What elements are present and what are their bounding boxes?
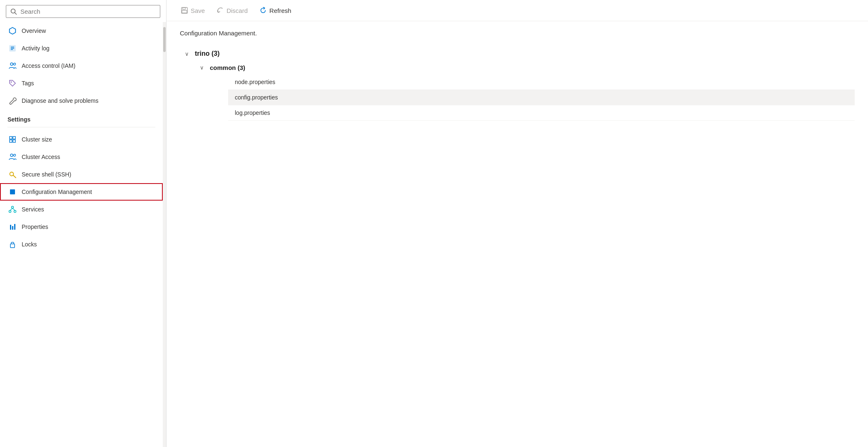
sidebar: Overview Activity log: [0, 0, 167, 447]
content-area: Configuration Management. ∨ trino (3) ∨ …: [167, 21, 868, 447]
people-icon: [8, 62, 17, 70]
sidebar-item-diagnose-label: Diagnose and solve problems: [22, 97, 98, 104]
sidebar-item-tags[interactable]: Tags: [0, 74, 163, 92]
svg-line-22: [10, 209, 12, 211]
search-icon: [10, 8, 17, 15]
sidebar-item-config-management[interactable]: Configuration Management: [0, 183, 163, 201]
leaf-config-properties[interactable]: config.properties: [228, 90, 855, 105]
sidebar-item-cluster-access-label: Cluster Access: [22, 154, 60, 160]
properties-icon: [8, 223, 17, 231]
svg-rect-13: [13, 140, 15, 142]
svg-point-19: [12, 206, 14, 209]
lock-icon: [8, 240, 17, 248]
sidebar-item-overview-label: Overview: [22, 27, 46, 34]
tree-view: ∨ trino (3) ∨ common (3) node.properties…: [183, 47, 855, 121]
search-input[interactable]: [20, 8, 156, 15]
svg-point-8: [14, 63, 16, 65]
discard-icon: [216, 7, 224, 14]
svg-rect-12: [10, 140, 12, 142]
refresh-icon: [259, 7, 267, 14]
tag-icon: [8, 79, 17, 87]
sidebar-item-secure-shell[interactable]: Secure shell (SSH): [0, 166, 163, 183]
discard-button[interactable]: Discard: [212, 4, 252, 17]
sidebar-item-properties-label: Properties: [22, 224, 48, 230]
svg-line-23: [12, 209, 15, 211]
sidebar-item-services[interactable]: Services: [0, 201, 163, 218]
refresh-button[interactable]: Refresh: [255, 4, 296, 17]
svg-point-20: [9, 211, 11, 213]
svg-rect-18: [10, 189, 15, 194]
cluster-access-icon: [8, 153, 17, 161]
svg-rect-11: [13, 137, 15, 139]
sidebar-item-activity-log[interactable]: Activity log: [0, 40, 163, 57]
tree-root-chevron: ∨: [183, 51, 191, 57]
page-title: Configuration Management.: [180, 30, 855, 37]
settings-divider: [7, 127, 155, 127]
svg-rect-29: [183, 7, 185, 10]
tree-root-row[interactable]: ∨ trino (3): [183, 47, 855, 61]
svg-point-14: [10, 154, 13, 156]
svg-point-7: [10, 63, 13, 65]
hexagon-icon: [8, 27, 17, 35]
sidebar-scrollbar[interactable]: [163, 22, 166, 447]
sub-tree: ∨ common (3) node.properties config.prop…: [198, 61, 855, 121]
sidebar-item-access-control[interactable]: Access control (IAM): [0, 57, 163, 74]
svg-rect-24: [10, 225, 11, 230]
sidebar-item-properties[interactable]: Properties: [0, 218, 163, 236]
search-box[interactable]: [6, 5, 160, 18]
svg-rect-27: [10, 244, 15, 248]
leaf-config-properties-label: config.properties: [235, 94, 278, 101]
svg-point-21: [14, 211, 16, 213]
svg-rect-26: [14, 224, 15, 230]
sidebar-item-cluster-access[interactable]: Cluster Access: [0, 148, 163, 166]
leaf-log-properties[interactable]: log.properties: [228, 105, 855, 121]
sidebar-item-activity-log-label: Activity log: [22, 45, 50, 52]
list-icon: [8, 44, 17, 52]
sidebar-scroll-thumb[interactable]: [163, 27, 166, 52]
save-label: Save: [191, 7, 205, 14]
sidebar-nav: Overview Activity log: [0, 22, 163, 447]
sidebar-item-config-management-label: Configuration Management: [22, 189, 92, 195]
discard-label: Discard: [226, 7, 248, 14]
leaf-node-properties-label: node.properties: [235, 79, 275, 85]
save-icon: [181, 7, 188, 14]
sidebar-item-locks[interactable]: Locks: [0, 236, 163, 253]
sidebar-item-overview[interactable]: Overview: [0, 22, 163, 40]
svg-rect-10: [10, 137, 12, 139]
grid-icon: [8, 135, 17, 144]
toolbar: Save Discard Refresh: [167, 0, 868, 21]
svg-line-1: [15, 12, 17, 14]
refresh-label: Refresh: [269, 7, 291, 14]
sidebar-item-services-label: Services: [22, 206, 44, 213]
sidebar-item-cluster-size[interactable]: Cluster size: [0, 131, 163, 148]
sidebar-item-cluster-size-label: Cluster size: [22, 136, 52, 143]
leaf-node-properties[interactable]: node.properties: [228, 74, 855, 90]
sidebar-item-tags-label: Tags: [22, 80, 34, 87]
sidebar-item-secure-shell-label: Secure shell (SSH): [22, 171, 71, 178]
main-content: Save Discard Refresh Configuration Manag…: [167, 0, 868, 447]
key-icon: [8, 170, 17, 179]
leaf-items: node.properties config.properties log.pr…: [228, 74, 855, 121]
svg-line-17: [13, 175, 16, 178]
sidebar-item-diagnose[interactable]: Diagnose and solve problems: [0, 92, 163, 109]
sidebar-item-access-control-label: Access control (IAM): [22, 62, 75, 69]
svg-rect-25: [12, 226, 13, 230]
svg-marker-2: [10, 27, 16, 34]
save-button[interactable]: Save: [177, 4, 209, 17]
tree-root-label: trino (3): [195, 50, 220, 57]
sub-tree-chevron: ∨: [198, 65, 206, 71]
wrench-icon: [8, 97, 17, 105]
sub-tree-row[interactable]: ∨ common (3): [198, 61, 855, 74]
svg-point-15: [14, 154, 16, 156]
config-icon: [8, 188, 17, 196]
svg-point-9: [11, 82, 12, 83]
settings-section-label: Settings: [0, 109, 163, 125]
sidebar-item-locks-label: Locks: [22, 241, 37, 248]
sidebar-inner: Overview Activity log: [0, 22, 166, 447]
svg-rect-30: [182, 10, 187, 13]
sidebar-top: [0, 0, 166, 22]
leaf-log-properties-label: log.properties: [235, 109, 270, 116]
sub-tree-label: common (3): [210, 64, 245, 71]
services-icon: [8, 205, 17, 214]
